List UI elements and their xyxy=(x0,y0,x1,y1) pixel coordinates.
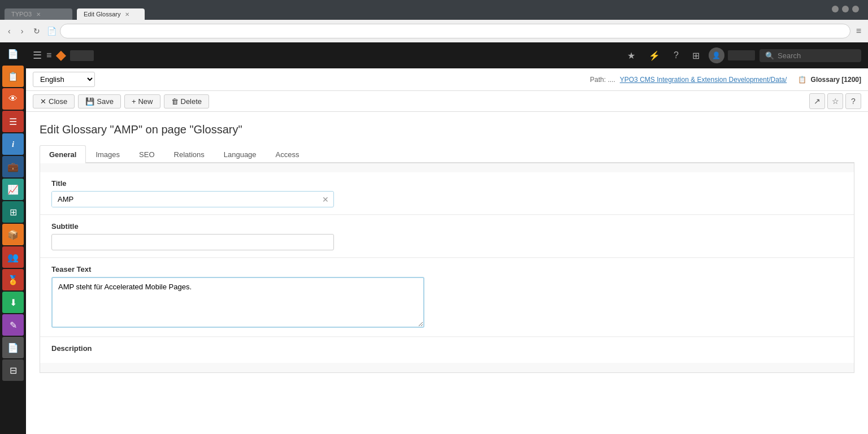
form-area: Edit Glossary "AMP" on page "Glossary" G… xyxy=(26,112,868,384)
sidebar-item-view[interactable]: 👁 xyxy=(2,88,24,110)
medal-icon: 🏅 xyxy=(7,275,19,285)
sidebar-item-document[interactable]: 📄 xyxy=(2,43,24,64)
browser-back[interactable]: ‹ xyxy=(5,24,14,38)
browser-refresh[interactable]: ↻ xyxy=(30,24,44,38)
sidebar-item-box[interactable]: 📦 xyxy=(2,224,24,245)
bookmark-button[interactable]: ☆ xyxy=(827,93,843,109)
sidebar-item-info[interactable]: i xyxy=(2,133,24,155)
tab-general-label: General xyxy=(49,150,76,159)
tab-access-label: Access xyxy=(276,150,300,159)
tab-2-close[interactable]: ✕ xyxy=(125,11,129,18)
topbar-user[interactable]: 👤 xyxy=(709,47,755,63)
sidebar-item-chart[interactable]: 📈 xyxy=(2,179,24,200)
browser-forward[interactable]: › xyxy=(18,24,27,38)
delete-button[interactable]: 🗑 Delete xyxy=(164,94,210,108)
star-icon: ☆ xyxy=(832,97,839,106)
path-separator xyxy=(791,76,793,84)
path-prefix: Path: .... xyxy=(590,76,615,84)
sidebar-item-page[interactable]: 📋 xyxy=(2,66,24,87)
tab-seo-label: SEO xyxy=(139,150,154,159)
description-label: Description xyxy=(51,344,843,353)
save-icon: 💾 xyxy=(85,97,94,106)
open-external-icon: ↗ xyxy=(814,97,821,106)
topbar-search[interactable]: 🔍 Search xyxy=(760,49,861,62)
browser-chrome: TYPO3 ✕ Edit Glossary ✕ ‹ › ↻ 📄 ≡ xyxy=(0,0,868,42)
app-header: ☰ ≡ ◆ ★ ⚡ ? ⊞ 👤 🔍 Search xyxy=(26,42,868,68)
chart-icon: 📈 xyxy=(7,184,19,195)
toolbar-row: English Path: .... YPO3 CMS Integration … xyxy=(26,68,868,91)
topbar-flash-icon[interactable]: ⚡ xyxy=(644,48,665,63)
browser-menu[interactable]: ≡ xyxy=(854,24,863,38)
sidebar-item-medal[interactable]: 🏅 xyxy=(2,269,24,290)
tab-1-close[interactable]: ✕ xyxy=(36,11,41,18)
topbar-menu-icon[interactable]: ☰ xyxy=(33,49,42,62)
close-icon: ✕ xyxy=(40,97,46,106)
tab-images-label: Images xyxy=(96,150,120,159)
help-button[interactable]: ? xyxy=(845,93,861,109)
title-field-group: Title ✕ xyxy=(40,172,854,215)
typo3-logo: ◆ xyxy=(56,48,66,63)
browser-address-input[interactable] xyxy=(60,24,850,38)
sidebar-item-doc2[interactable]: 📄 xyxy=(2,337,24,358)
open-external-button[interactable]: ↗ xyxy=(809,93,825,109)
tab-access[interactable]: Access xyxy=(266,145,309,163)
title-clear-icon[interactable]: ✕ xyxy=(318,193,333,206)
browser-titlebar: TYPO3 ✕ Edit Glossary ✕ xyxy=(0,0,868,20)
tab-relations[interactable]: Relations xyxy=(164,145,214,163)
tab-2-label: Edit Glossary xyxy=(84,11,120,18)
tabs-row: General Images SEO Relations Language xyxy=(40,145,854,163)
tab-language-label: Language xyxy=(224,150,257,159)
topbar-list-icon[interactable]: ≡ xyxy=(46,50,51,60)
search-placeholder: Search xyxy=(778,51,801,60)
browser-tab-1[interactable]: TYPO3 ✕ xyxy=(5,8,72,20)
sidebar-item-list[interactable]: ☰ xyxy=(2,111,24,132)
edit-doc-icon: ✎ xyxy=(10,320,17,331)
close-button[interactable]: ✕ Close xyxy=(33,94,75,108)
delete-label: Delete xyxy=(181,97,202,106)
sidebar-item-users[interactable]: 👥 xyxy=(2,246,24,268)
teaser-text-label: Teaser Text xyxy=(51,265,843,274)
tab-language[interactable]: Language xyxy=(214,145,266,163)
browser-tab-2[interactable]: Edit Glossary ✕ xyxy=(77,8,145,20)
title-input[interactable] xyxy=(52,192,318,207)
sidebar-item-briefcase[interactable]: 💼 xyxy=(2,156,24,177)
subtitle-input[interactable] xyxy=(51,234,334,250)
title-input-wrapper: ✕ xyxy=(51,191,334,207)
subtitle-field-group: Subtitle xyxy=(40,215,854,258)
teaser-text-input[interactable]: AMP steht für Accelerated Mobile Pages. xyxy=(51,277,424,328)
sidebar-item-grid[interactable]: ⊞ xyxy=(2,201,24,223)
tab-general[interactable]: General xyxy=(40,145,86,163)
sidebar-item-edit[interactable]: ✎ xyxy=(2,314,24,336)
avatar-icon: 👤 xyxy=(712,51,721,59)
teaser-text-field-group: Teaser Text AMP steht für Accelerated Mo… xyxy=(40,258,854,337)
topbar-favorites-icon[interactable]: ★ xyxy=(623,48,640,63)
tab-images[interactable]: Images xyxy=(86,145,129,163)
list-alt-icon: ☰ xyxy=(9,116,17,127)
topbar-avatar: 👤 xyxy=(709,47,724,63)
close-label: Close xyxy=(49,97,67,106)
path-link[interactable]: YPO3 CMS Integration & Extension Develop… xyxy=(620,76,787,84)
grid-icon: ⊞ xyxy=(10,207,17,218)
save-button[interactable]: 💾 Save xyxy=(78,94,121,108)
language-select[interactable]: English xyxy=(33,72,95,87)
help-icon: ? xyxy=(851,97,856,106)
document-icon: 📄 xyxy=(7,49,19,59)
tab-seo[interactable]: SEO xyxy=(129,145,164,163)
dot1 xyxy=(832,6,839,12)
new-button[interactable]: + New xyxy=(124,94,160,108)
topbar-grid-icon[interactable]: ⊞ xyxy=(688,48,704,63)
topbar-help-icon[interactable]: ? xyxy=(669,48,683,63)
users-icon: 👥 xyxy=(7,252,19,263)
view-icon: 👁 xyxy=(8,94,18,104)
doc2-icon: 📄 xyxy=(7,342,19,353)
subtitle-label: Subtitle xyxy=(51,222,843,231)
topbar-username xyxy=(728,50,755,60)
main-area: ☰ ≡ ◆ ★ ⚡ ? ⊞ 👤 🔍 Search xyxy=(26,42,868,434)
browser-toolbar: ‹ › ↻ 📄 ≡ xyxy=(0,20,868,42)
browser-window-controls xyxy=(832,6,859,12)
sidebar-item-download[interactable]: ⬇ xyxy=(2,292,24,313)
content-wrapper: English Path: .... YPO3 CMS Integration … xyxy=(26,68,868,434)
browser-page-icon: 📄 xyxy=(47,27,57,36)
info-icon: i xyxy=(12,140,14,149)
sidebar-item-table[interactable]: ⊟ xyxy=(2,359,24,381)
